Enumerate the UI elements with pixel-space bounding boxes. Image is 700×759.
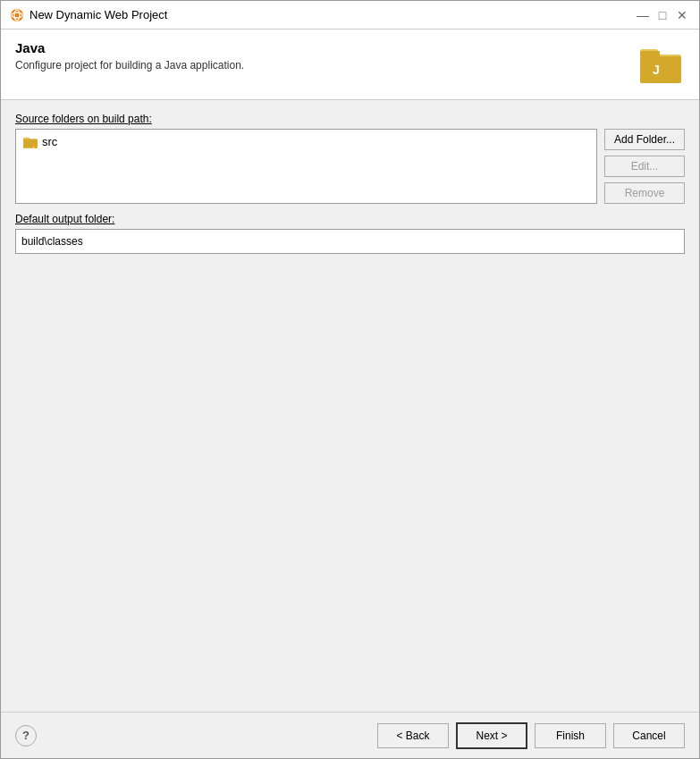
source-folder-area: s src Add Folder... Edit... Remove [15,129,685,204]
source-folders-section: Source folders on build path: s s [15,113,685,204]
content-section: Source folders on build path: s s [1,100,699,712]
output-folder-input[interactable] [15,229,685,254]
svg-text:s: s [33,145,35,148]
source-folders-list[interactable]: s src [15,129,597,204]
svg-rect-6 [640,56,681,83]
title-bar: New Dynamic Web Project — □ ✕ [1,1,699,30]
add-folder-button[interactable]: Add Folder... [604,129,685,150]
list-item[interactable]: s src [20,133,593,150]
window-icon [10,8,24,22]
header-java-icon: J [638,40,685,87]
side-buttons: Add Folder... Edit... Remove [604,129,685,204]
svg-point-0 [11,9,23,21]
header-subtitle: Configure project for building a Java ap… [15,59,244,72]
next-button[interactable]: Next > [456,722,527,749]
minimize-button[interactable]: — [635,7,651,23]
footer-right: < Back Next > Finish Cancel [377,722,685,749]
remove-button[interactable]: Remove [604,182,685,204]
maximize-button[interactable]: □ [654,7,670,23]
src-folder-name: src [42,135,57,148]
header-title: Java [15,40,244,55]
window-title: New Dynamic Web Project [30,8,167,21]
title-controls: — □ ✕ [635,7,690,23]
svg-rect-5 [640,51,660,56]
footer-left: ? [15,725,37,746]
edit-button[interactable]: Edit... [604,156,685,177]
back-button[interactable]: < Back [377,723,449,748]
main-window: New Dynamic Web Project — □ ✕ Java Confi… [0,0,700,759]
output-folder-label: Default output folder: [15,213,685,225]
help-button[interactable]: ? [15,725,37,746]
header-text: Java Configure project for building a Ja… [15,40,244,72]
cancel-button[interactable]: Cancel [613,723,685,748]
finish-button[interactable]: Finish [535,723,606,748]
output-folder-section: Default output folder: [15,213,685,259]
title-bar-left: New Dynamic Web Project [10,8,167,22]
footer: ? < Back Next > Finish Cancel [1,712,699,758]
source-folders-label: Source folders on build path: [15,113,685,125]
close-button[interactable]: ✕ [674,7,690,23]
src-folder-icon: s [23,136,38,148]
header-section: Java Configure project for building a Ja… [1,30,699,100]
svg-text:J: J [653,63,660,77]
